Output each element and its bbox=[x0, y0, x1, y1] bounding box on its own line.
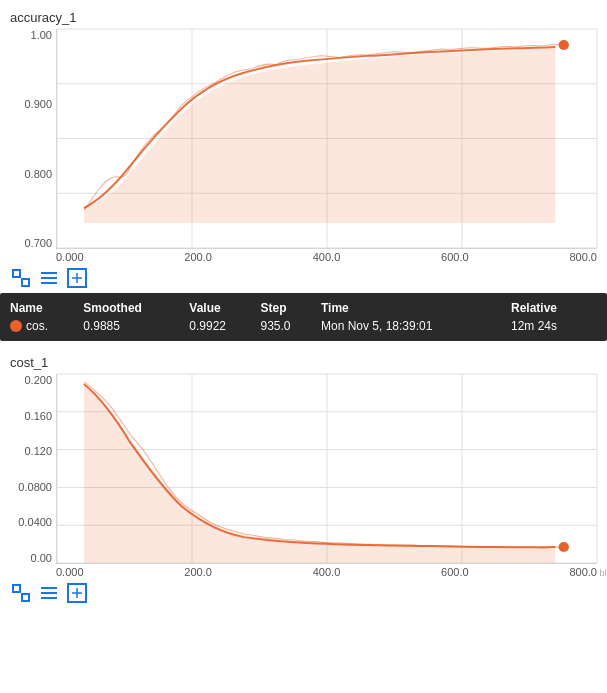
cost-y-axis: 0.200 0.160 0.120 0.0800 0.0400 0.00 bbox=[10, 374, 56, 564]
cost-svg bbox=[57, 374, 597, 563]
y-label: 0.00 bbox=[31, 552, 52, 564]
y-label: 0.160 bbox=[24, 410, 52, 422]
lines-icon[interactable] bbox=[38, 267, 60, 289]
accuracy-x-axis: 0.000 200.0 400.0 600.0 800.0 bbox=[56, 249, 597, 263]
tooltip-relative: 12m 24s bbox=[511, 317, 597, 335]
svg-rect-12 bbox=[22, 279, 29, 286]
tooltip-step: 935.0 bbox=[260, 317, 321, 335]
y-label: 0.700 bbox=[24, 237, 52, 249]
accuracy-chart-wrapper: 1.00 0.900 0.800 0.700 bbox=[10, 29, 597, 249]
tooltip-th-time: Time bbox=[321, 299, 511, 317]
x-label: 400.0 bbox=[313, 566, 341, 578]
tooltip-th-smoothed: Smoothed bbox=[83, 299, 189, 317]
x-label: 800.0 bbox=[569, 251, 597, 263]
cost-expand-icon[interactable] bbox=[10, 582, 32, 604]
cost-chart-toolbar bbox=[0, 578, 607, 608]
accuracy-chart-container: accuracy_1 1.00 0.900 0.800 0.700 bbox=[0, 0, 607, 263]
accuracy-svg bbox=[57, 29, 597, 248]
tooltip-header-row: Name Smoothed Value Step Time Relative bbox=[10, 299, 597, 317]
tooltip-table: Name Smoothed Value Step Time Relative c… bbox=[10, 299, 597, 335]
cost-lines-icon[interactable] bbox=[38, 582, 60, 604]
series-dot bbox=[10, 320, 22, 332]
x-label: 200.0 bbox=[184, 566, 212, 578]
x-label: 0.000 bbox=[56, 566, 84, 578]
svg-rect-11 bbox=[13, 270, 20, 277]
tooltip-value: 0.9922 bbox=[189, 317, 260, 335]
accuracy-chart-title: accuracy_1 bbox=[10, 10, 597, 25]
tooltip-smoothed: 0.9885 bbox=[83, 317, 189, 335]
cost-chart-container: cost_1 0.200 0.160 0.120 0.0800 0.0400 0… bbox=[0, 345, 607, 578]
y-label: 0.120 bbox=[24, 445, 52, 457]
cost-chart-wrapper: 0.200 0.160 0.120 0.0800 0.0400 0.00 bbox=[10, 374, 597, 564]
svg-point-30 bbox=[559, 542, 569, 552]
tooltip-series-name: cos. bbox=[10, 317, 83, 335]
accuracy-chart-area bbox=[56, 29, 597, 249]
svg-rect-31 bbox=[13, 585, 20, 592]
tooltip-time: Mon Nov 5, 18:39:01 bbox=[321, 317, 511, 335]
tooltip-th-step: Step bbox=[260, 299, 321, 317]
cost-chart-area bbox=[56, 374, 597, 564]
chart-toolbar bbox=[0, 263, 607, 293]
y-label: 0.0800 bbox=[18, 481, 52, 493]
x-label: 600.0 bbox=[441, 566, 469, 578]
cost-chart-title: cost_1 bbox=[10, 355, 597, 370]
expand-icon[interactable] bbox=[10, 267, 32, 289]
x-label: 0.000 bbox=[56, 251, 84, 263]
x-label: 800.0 blog.csdn.net/m0_38088359 bbox=[569, 566, 597, 578]
tooltip-th-relative: Relative bbox=[511, 299, 597, 317]
resize-icon[interactable] bbox=[66, 267, 88, 289]
x-label: 200.0 bbox=[184, 251, 212, 263]
tooltip-data-row: cos. 0.9885 0.9922 935.0 Mon Nov 5, 18:3… bbox=[10, 317, 597, 335]
y-label: 0.200 bbox=[24, 374, 52, 386]
svg-rect-32 bbox=[22, 594, 29, 601]
y-label: 0.900 bbox=[24, 98, 52, 110]
tooltip-th-value: Value bbox=[189, 299, 260, 317]
x-label: 400.0 bbox=[313, 251, 341, 263]
watermark: blog.csdn.net/m0_38088359 bbox=[599, 568, 607, 578]
cost-resize-icon[interactable] bbox=[66, 582, 88, 604]
tooltip-overlay: Name Smoothed Value Step Time Relative c… bbox=[0, 293, 607, 341]
x-label: 600.0 bbox=[441, 251, 469, 263]
y-label: 0.800 bbox=[24, 168, 52, 180]
tooltip-th-name: Name bbox=[10, 299, 83, 317]
y-label: 1.00 bbox=[31, 29, 52, 41]
accuracy-y-axis: 1.00 0.900 0.800 0.700 bbox=[10, 29, 56, 249]
tooltip-name-text: cos. bbox=[26, 319, 48, 333]
cost-x-axis: 0.000 200.0 400.0 600.0 800.0 blog.csdn.… bbox=[56, 564, 597, 578]
svg-point-10 bbox=[559, 40, 569, 50]
y-label: 0.0400 bbox=[18, 516, 52, 528]
